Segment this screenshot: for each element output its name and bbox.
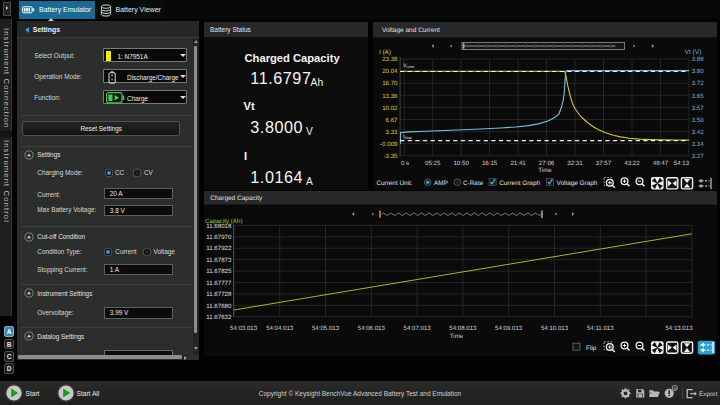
svg-text:11.67777: 11.67777 (206, 280, 232, 287)
svg-text:Current Unit:: Current Unit: (376, 180, 412, 187)
svg-text:-3.35: -3.35 (383, 153, 398, 160)
svg-text:43:22: 43:22 (624, 160, 640, 167)
svg-text:3.65: 3.65 (691, 93, 704, 100)
svg-text:3.57: 3.57 (691, 105, 704, 112)
svg-text:6.67: 6.67 (385, 117, 398, 124)
svg-text:54:06.013: 54:06.013 (357, 325, 385, 332)
svg-text:AMP: AMP (434, 180, 448, 187)
svg-text:54:13.013: 54:13.013 (665, 325, 693, 332)
svg-text:Current Graph: Current Graph (499, 180, 540, 187)
svg-text:11.68018: 11.68018 (206, 223, 232, 230)
svg-text:10.02: 10.02 (382, 105, 398, 112)
svg-text:0 s: 0 s (400, 160, 408, 167)
svg-text:3.33: 3.33 (385, 129, 398, 136)
svg-text:11.67728: 11.67728 (206, 291, 232, 298)
svg-text:10:50: 10:50 (453, 160, 469, 167)
svg-text:11.67680: 11.67680 (206, 303, 232, 310)
svg-text:3.72: 3.72 (691, 80, 704, 87)
svg-text:C-Rate: C-Rate (463, 180, 484, 187)
svg-text:Time: Time (449, 333, 463, 340)
svg-text:11.67632: 11.67632 (206, 314, 232, 321)
svg-text:3.88: 3.88 (691, 56, 704, 63)
svg-text:54:07.013: 54:07.013 (403, 325, 431, 332)
svg-text:11.67922: 11.67922 (206, 245, 232, 252)
svg-text:3.50: 3.50 (691, 117, 704, 124)
svg-text:37:57: 37:57 (595, 160, 611, 167)
svg-text:3.42: 3.42 (691, 129, 704, 136)
svg-text:54:08.013: 54:08.013 (449, 325, 477, 332)
svg-text:11.67873: 11.67873 (206, 257, 232, 264)
svg-text:48:47: 48:47 (652, 160, 668, 167)
svg-text:Vt (V): Vt (V) (684, 49, 701, 56)
svg-text:11.67825: 11.67825 (206, 268, 232, 275)
svg-text:54:13: 54:13 (673, 160, 689, 167)
svg-text:05:25: 05:25 (424, 160, 440, 167)
svg-text:I (A): I (A) (379, 49, 391, 56)
svg-text:54:10.013: 54:10.013 (540, 325, 568, 332)
svg-text:-0.009: -0.009 (380, 141, 398, 148)
svg-text:3.27: 3.27 (691, 153, 704, 160)
svg-text:23.38: 23.38 (382, 56, 398, 63)
svg-text:16:15: 16:15 (481, 160, 497, 167)
svg-text:3.34: 3.34 (691, 141, 704, 148)
svg-text:54:11.013: 54:11.013 (586, 325, 613, 332)
svg-text:54:09.013: 54:09.013 (495, 325, 523, 332)
svg-text:11.67970: 11.67970 (206, 234, 232, 241)
svg-text:Time: Time (538, 167, 552, 174)
svg-text:32:31: 32:31 (567, 160, 583, 167)
svg-text:20.04: 20.04 (382, 68, 398, 75)
svg-text:Voltage Graph: Voltage Graph (556, 180, 597, 187)
svg-text:54:05.013: 54:05.013 (311, 325, 339, 332)
svg-text:21:41: 21:41 (510, 160, 526, 167)
svg-text:54:04.013: 54:04.013 (266, 325, 294, 332)
svg-text:IStop: IStop (403, 134, 412, 140)
svg-text:3.80: 3.80 (691, 68, 704, 75)
svg-text:Voltage and Current: Voltage and Current (382, 27, 440, 34)
svg-text:VLimit: VLimit (403, 63, 414, 69)
svg-text:Flip: Flip (586, 345, 597, 352)
svg-text:Charged Capacity: Charged Capacity (210, 195, 263, 202)
svg-text:13.36: 13.36 (382, 93, 398, 100)
svg-text:16.70: 16.70 (382, 80, 398, 87)
svg-text:54:03.013: 54:03.013 (229, 325, 257, 332)
svg-text:Export: Export (699, 391, 718, 398)
